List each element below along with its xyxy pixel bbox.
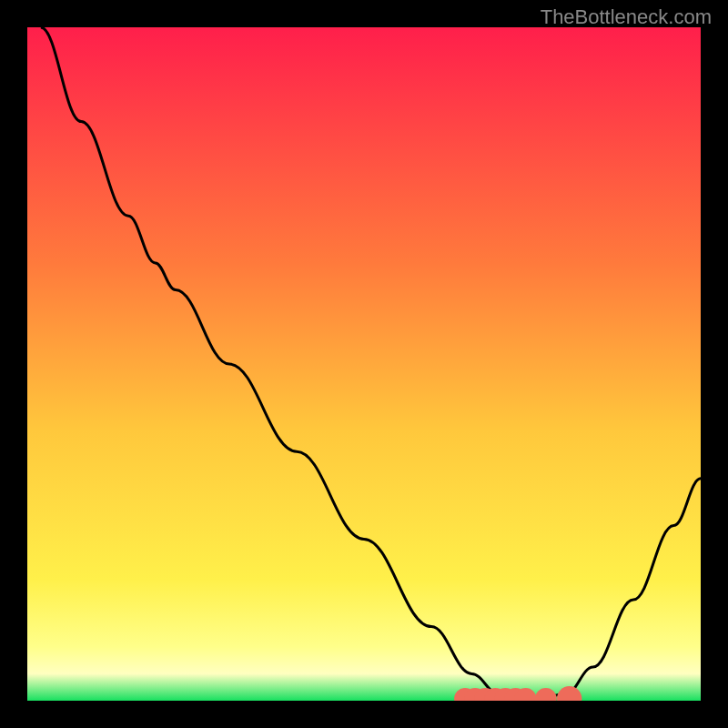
data-markers [454,686,581,701]
chart-area [27,27,701,701]
chart-svg [27,27,701,701]
gradient-background [27,27,701,701]
watermark-text: TheBottleneck.com [541,5,712,29]
